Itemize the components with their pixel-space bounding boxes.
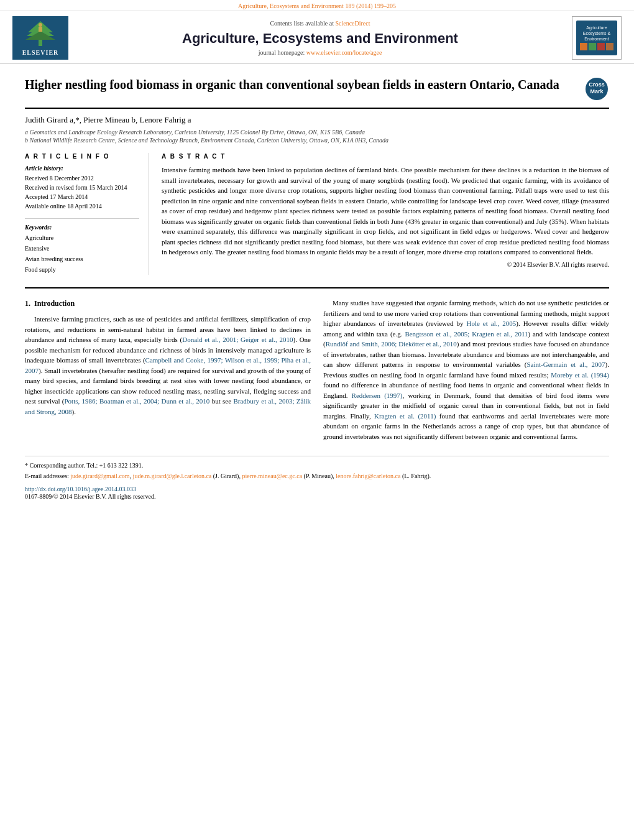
corresponding-author: * Corresponding author. Tel.: +1 613 322… bbox=[25, 461, 609, 470]
elsevier-brand-text: ELSEVIER bbox=[22, 49, 59, 56]
svg-rect-13 bbox=[606, 43, 613, 50]
citation-text: Agriculture, Ecosystems and Environment … bbox=[238, 2, 396, 9]
journal-title: Agriculture, Ecosystems and Environment bbox=[81, 30, 559, 47]
elsevier-tree-icon bbox=[22, 20, 59, 48]
top-citation-bar: Agriculture, Ecosystems and Environment … bbox=[0, 0, 634, 11]
ref-rundlof[interactable]: Rundlöf and Smith, 2006; Diekötter et al… bbox=[326, 340, 457, 348]
abstract-column: A B S T R A C T Intensive farming method… bbox=[162, 153, 609, 275]
email-footnote: E-mail addresses: jude.girard@gmail.com,… bbox=[25, 472, 609, 481]
body-right-column: Many studies have suggested that organic… bbox=[323, 298, 609, 446]
journal-logo-right: Agriculture Ecosystems & Environment bbox=[572, 16, 622, 60]
journal-homepage: journal homepage: www.elsevier.com/locat… bbox=[81, 49, 559, 56]
body-columns: 1. Introduction Intensive farming practi… bbox=[25, 298, 609, 446]
article-title-section: Higher nestling food biomass in organic … bbox=[25, 76, 609, 109]
article-title: Higher nestling food biomass in organic … bbox=[25, 76, 584, 93]
sciencedirect-link[interactable]: ScienceDirect bbox=[335, 20, 370, 27]
issn-line: 0167-8809/© 2014 Elsevier B.V. All right… bbox=[25, 492, 609, 501]
available-date: Available online 18 April 2014 bbox=[25, 201, 139, 211]
journal-header: ELSEVIER Contents lists available at Sci… bbox=[0, 11, 634, 64]
divider bbox=[25, 218, 139, 219]
keywords-block: Keywords: Agriculture Extensive Avian br… bbox=[25, 224, 139, 275]
svg-rect-12 bbox=[597, 43, 605, 50]
article-history-block: Article history: Received 8 December 201… bbox=[25, 165, 139, 211]
intro-para-2: Many studies have suggested that organic… bbox=[323, 298, 609, 441]
svg-point-4 bbox=[39, 23, 42, 27]
article-content: Higher nestling food biomass in organic … bbox=[0, 64, 634, 515]
ref-saint-germain[interactable]: Saint-Germain et al., 2007 bbox=[526, 361, 605, 368]
introduction-heading: 1. Introduction bbox=[25, 298, 311, 309]
accepted-date: Accepted 17 March 2014 bbox=[25, 192, 139, 201]
revised-date: Received in revised form 15 March 2014 bbox=[25, 183, 139, 192]
homepage-link[interactable]: www.elsevier.com/locate/agee bbox=[306, 49, 382, 56]
svg-rect-10 bbox=[580, 43, 587, 50]
svg-text:Ecosystems &: Ecosystems & bbox=[583, 31, 611, 36]
body-section: 1. Introduction Intensive farming practi… bbox=[25, 287, 609, 501]
email-link-4[interactable]: lenore.fahrig@carleton.ca bbox=[336, 473, 400, 479]
body-left-column: 1. Introduction Intensive farming practi… bbox=[25, 298, 311, 446]
history-label: Article history: bbox=[25, 165, 139, 172]
doi-section: http://dx.doi.org/10.1016/j.agee.2014.03… bbox=[25, 486, 609, 492]
svg-text:Agriculture: Agriculture bbox=[586, 25, 607, 30]
elsevier-logo: ELSEVIER bbox=[12, 16, 68, 60]
ref-kragten[interactable]: Kragten et al. (2011) bbox=[374, 412, 436, 420]
ref-reddersen[interactable]: Reddersen (1997) bbox=[352, 392, 403, 399]
ref-moreby[interactable]: Moreby et al. (1994) bbox=[551, 371, 609, 379]
svg-rect-11 bbox=[589, 43, 596, 50]
journal-badge-icon: Agriculture Ecosystems & Environment bbox=[575, 19, 618, 57]
article-info-column: A R T I C L E I N F O Article history: R… bbox=[25, 153, 149, 275]
keyword-1: Agriculture Extensive Avian breeding suc… bbox=[25, 233, 139, 275]
ref-hole[interactable]: Hole et al., 2005 bbox=[466, 320, 516, 327]
abstract-text: Intensive farming methods have been link… bbox=[162, 165, 609, 257]
intro-para-1: Intensive farming practices, such as use… bbox=[25, 314, 311, 417]
svg-text:Environment: Environment bbox=[584, 37, 609, 41]
ref-bengtsson[interactable]: Bengtsson et al., 2005; Kragten et al., … bbox=[405, 330, 528, 338]
doi-link[interactable]: http://dx.doi.org/10.1016/j.agee.2014.03… bbox=[25, 486, 136, 492]
page: Agriculture, Ecosystems and Environment … bbox=[0, 0, 634, 840]
email-link-3[interactable]: pierre.mineau@ec.gc.ca bbox=[242, 473, 302, 479]
crossmark-badge[interactable]: Cross Mark bbox=[584, 76, 609, 101]
authors: Judith Girard a,*, Pierre Mineau b, Leno… bbox=[25, 115, 609, 125]
keywords-label: Keywords: bbox=[25, 224, 139, 231]
svg-text:Mark: Mark bbox=[590, 88, 604, 95]
article-info-label: A R T I C L E I N F O bbox=[25, 153, 139, 160]
email-link[interactable]: jude.girard@gmail.com bbox=[70, 473, 129, 479]
affiliation-b: b National Wildlife Research Centre, Sci… bbox=[25, 137, 609, 144]
contents-available-text: Contents lists available at ScienceDirec… bbox=[81, 20, 559, 27]
ref-donald[interactable]: Donald et al., 2001; Geiger et al., 2010 bbox=[182, 336, 293, 343]
copyright-line: © 2014 Elsevier B.V. All rights reserved… bbox=[162, 261, 609, 268]
ref-campbell[interactable]: Campbell and Cooke, 1997; Wilson et al.,… bbox=[25, 356, 311, 374]
info-abstract-columns: A R T I C L E I N F O Article history: R… bbox=[25, 153, 609, 275]
email-link-2[interactable]: jude.m.girard@gle.l.carleton.ca bbox=[133, 473, 212, 479]
affiliation-a: a Geomatics and Landscape Ecology Resear… bbox=[25, 129, 609, 136]
ref-potts[interactable]: Potts, 1986; Boatman et al., 2004; Dunn … bbox=[65, 397, 210, 405]
received-date: Received 8 December 2012 bbox=[25, 173, 139, 183]
journal-center: Contents lists available at ScienceDirec… bbox=[68, 20, 572, 56]
footnote-section: * Corresponding author. Tel.: +1 613 322… bbox=[25, 456, 609, 501]
svg-text:Cross: Cross bbox=[589, 81, 605, 88]
abstract-label: A B S T R A C T bbox=[162, 153, 609, 160]
svg-rect-5 bbox=[39, 27, 42, 32]
